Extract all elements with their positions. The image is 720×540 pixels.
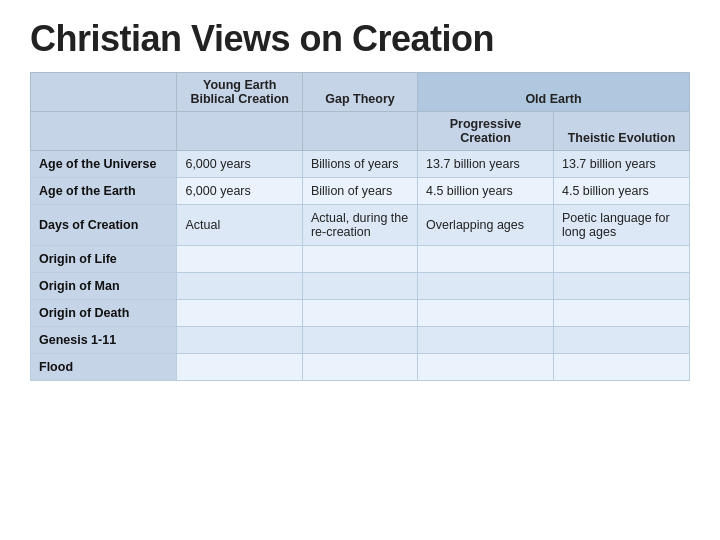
table-cell bbox=[177, 300, 303, 327]
table-cell bbox=[418, 300, 554, 327]
table-cell bbox=[302, 354, 417, 381]
col1-main-header: Young Earth Biblical Creation bbox=[177, 73, 303, 112]
table-cell bbox=[418, 327, 554, 354]
old-earth-group-header: Old Earth bbox=[418, 73, 690, 112]
col0-header bbox=[31, 73, 177, 112]
table-cell: Billion of years bbox=[302, 178, 417, 205]
table-cell: Poetic language for long ages bbox=[553, 205, 689, 246]
table-row: Genesis 1-11 bbox=[31, 327, 690, 354]
table-cell: 13.7 billion years bbox=[418, 151, 554, 178]
header-row-1: Young Earth Biblical Creation Gap Theory… bbox=[31, 73, 690, 112]
table-row: Flood bbox=[31, 354, 690, 381]
table-cell bbox=[418, 273, 554, 300]
row-label: Days of Creation bbox=[31, 205, 177, 246]
table-cell bbox=[177, 246, 303, 273]
table-cell bbox=[553, 273, 689, 300]
row-label: Origin of Life bbox=[31, 246, 177, 273]
page-container: Christian Views on Creation Young Earth … bbox=[0, 0, 720, 391]
table-cell bbox=[418, 246, 554, 273]
col3-main-header: Progressive Creation bbox=[418, 112, 554, 151]
table-cell: 6,000 years bbox=[177, 151, 303, 178]
table-body: Age of the Universe6,000 yearsBillions o… bbox=[31, 151, 690, 381]
table-cell bbox=[302, 273, 417, 300]
table-cell bbox=[302, 300, 417, 327]
col4-main-header: Theistic Evolution bbox=[553, 112, 689, 151]
table-cell: Actual bbox=[177, 205, 303, 246]
col1-subheader bbox=[177, 112, 303, 151]
table-cell: 13.7 billion years bbox=[553, 151, 689, 178]
table-row: Origin of Man bbox=[31, 273, 690, 300]
table-cell: 4.5 billion years bbox=[553, 178, 689, 205]
table-row: Days of CreationActualActual, during the… bbox=[31, 205, 690, 246]
col0-subheader bbox=[31, 112, 177, 151]
table-cell bbox=[553, 300, 689, 327]
table-cell: 6,000 years bbox=[177, 178, 303, 205]
table-cell: Billions of years bbox=[302, 151, 417, 178]
row-label: Flood bbox=[31, 354, 177, 381]
table-cell bbox=[177, 354, 303, 381]
table-cell bbox=[553, 354, 689, 381]
row-label: Age of the Universe bbox=[31, 151, 177, 178]
table-cell bbox=[302, 327, 417, 354]
row-label: Origin of Death bbox=[31, 300, 177, 327]
col2-main-header: Gap Theory bbox=[302, 73, 417, 112]
table-row: Origin of Death bbox=[31, 300, 690, 327]
table-cell: Actual, during the re-creation bbox=[302, 205, 417, 246]
table-row: Age of the Earth6,000 yearsBillion of ye… bbox=[31, 178, 690, 205]
row-label: Origin of Man bbox=[31, 273, 177, 300]
comparison-table: Young Earth Biblical Creation Gap Theory… bbox=[30, 72, 690, 381]
table-cell bbox=[177, 327, 303, 354]
page-title: Christian Views on Creation bbox=[30, 18, 690, 60]
header-row-2: Progressive Creation Theistic Evolution bbox=[31, 112, 690, 151]
table-cell bbox=[553, 327, 689, 354]
table-row: Age of the Universe6,000 yearsBillions o… bbox=[31, 151, 690, 178]
row-label: Age of the Earth bbox=[31, 178, 177, 205]
table-cell bbox=[553, 246, 689, 273]
table-cell bbox=[177, 273, 303, 300]
row-label: Genesis 1-11 bbox=[31, 327, 177, 354]
table-cell: 4.5 billion years bbox=[418, 178, 554, 205]
table-row: Origin of Life bbox=[31, 246, 690, 273]
table-cell bbox=[302, 246, 417, 273]
table-cell bbox=[418, 354, 554, 381]
col2-subheader bbox=[302, 112, 417, 151]
table-cell: Overlapping ages bbox=[418, 205, 554, 246]
